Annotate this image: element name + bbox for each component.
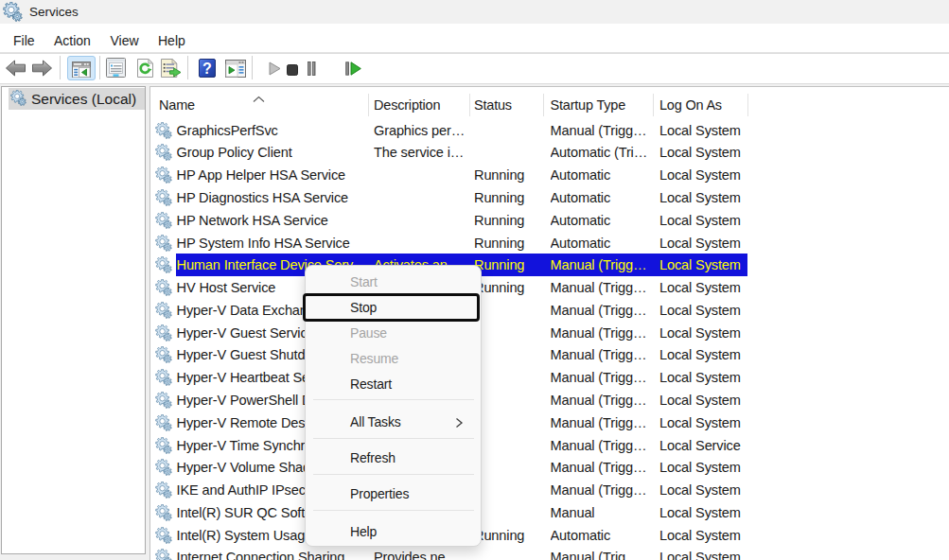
svg-text:?: ? — [202, 61, 212, 77]
